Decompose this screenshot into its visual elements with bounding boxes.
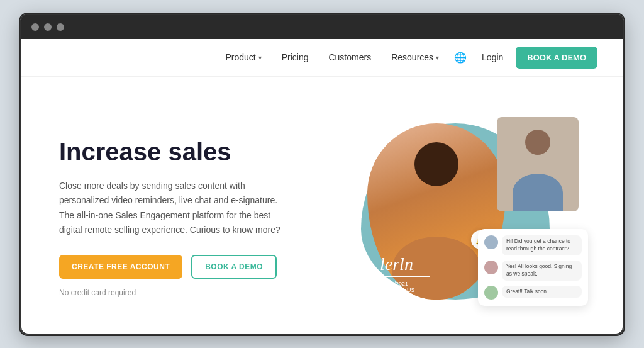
globe-icon[interactable]: 🌐: [452, 48, 469, 66]
nav-product[interactable]: Product ▾: [218, 52, 269, 62]
chat-card: Hi! Did you get a chance to read through…: [478, 229, 588, 306]
man-photo: [497, 117, 579, 211]
hero-title: Increase sales: [59, 137, 323, 166]
chat-message-1: Hi! Did you get a chance to read through…: [484, 235, 582, 255]
navbar: Product ▾ Pricing Customers Resources ▾ …: [21, 39, 623, 77]
nav-book-demo-button[interactable]: BOOK A DEMO: [516, 47, 597, 69]
chat-avatar-2: [484, 261, 498, 274]
create-account-button[interactable]: CREATE FREE ACCOUNT: [59, 255, 182, 279]
chat-bubble-2: Yes! All looks good. Signing as we speak…: [502, 261, 582, 281]
browser-content: Product ▾ Pricing Customers Resources ▾ …: [21, 39, 623, 334]
signature-date: 02/03/2021 New York, US: [380, 281, 430, 293]
no-credit-text: No credit card required: [59, 288, 136, 297]
nav-resources[interactable]: Resources ▾: [384, 52, 447, 62]
traffic-light-green: [57, 23, 64, 31]
chat-message-2: Yes! All looks good. Signing as we speak…: [484, 261, 582, 281]
signature-text: lerln: [380, 255, 430, 273]
nav-pricing[interactable]: Pricing: [274, 52, 316, 62]
browser-window: Product ▾ Pricing Customers Resources ▾ …: [20, 14, 624, 335]
chat-bubble-3: Great!! Talk soon.: [502, 286, 582, 298]
signature-overlay: lerln 02/03/2021 New York, US: [380, 255, 430, 293]
hero-description: Close more deals by sending sales conten…: [59, 179, 286, 237]
chat-bubble-1: Hi! Did you get a chance to read through…: [502, 235, 582, 255]
hero-section: Increase sales Close more deals by sendi…: [21, 77, 623, 334]
hero-left: Increase sales Close more deals by sendi…: [59, 137, 323, 297]
browser-titlebar: [21, 15, 623, 39]
chat-avatar-1: [484, 235, 498, 249]
traffic-light-red: [31, 23, 39, 31]
chat-message-3: Great!! Talk soon.: [484, 286, 582, 300]
traffic-light-yellow: [44, 23, 52, 31]
chat-avatar-3: [484, 286, 498, 300]
nav-customers[interactable]: Customers: [321, 52, 379, 62]
book-demo-button[interactable]: BOOK A DEMO: [191, 255, 277, 279]
chevron-down-icon-2: ▾: [436, 54, 439, 61]
nav-login[interactable]: Login: [474, 52, 511, 62]
signature-underline: [380, 276, 430, 277]
hero-buttons: CREATE FREE ACCOUNT BOOK A DEMO: [59, 255, 323, 279]
chevron-down-icon: ▾: [258, 54, 262, 61]
hero-illustration: lerln 02/03/2021 New York, US 🔔: [348, 111, 585, 325]
